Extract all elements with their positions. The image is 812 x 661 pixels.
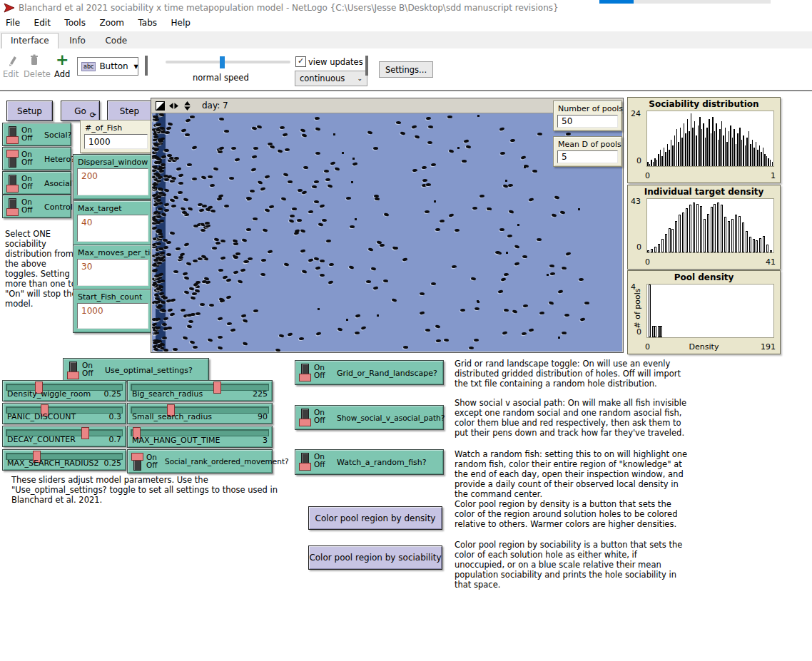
slider-max-search-radius2[interactable]: MAX_SEARCH_RADIUS2 0.25 [2,449,126,471]
add-plus-icon[interactable]: + [56,51,68,68]
toolbar-separator [145,56,148,76]
input-max-target[interactable]: Max_target 40 [73,200,153,246]
switch-social[interactable]: OnOff Social? [2,123,71,146]
view-updates-checkbox[interactable]: ✓ [295,56,306,67]
switch-label: Grid_or_Rand_landscape? [337,368,437,377]
y-axis-min-tick: 0 [636,242,641,252]
input-value: 40 [81,217,92,227]
delete-trash-icon[interactable] [29,54,39,66]
input-start-fish[interactable]: Start_Fish_count 1000 [73,289,153,333]
switch-knob[interactable] [299,463,311,471]
input-field[interactable]: 1000 [77,303,148,329]
input-dispersal-window[interactable]: Dispersal_window 200 [73,154,153,200]
setup-button[interactable]: Setup [6,101,53,121]
edit-tool-label[interactable]: Edit [3,69,19,79]
abc-icon: abc [81,62,96,71]
plot-canvas [646,284,774,338]
world-height-icon[interactable] [183,101,192,111]
switch-track [301,453,309,470]
switch-track [133,454,141,471]
slider-density-wiggle-room[interactable]: Density_wiggle_room 0.25 [2,380,126,401]
slider-knob[interactable] [213,381,221,394]
plot-title: Sociability distribution [628,99,780,109]
menu-tools[interactable]: Tools [59,16,91,30]
world-width-icon[interactable] [169,101,178,111]
input-field[interactable]: 40 [77,215,148,242]
switch-track [9,150,16,168]
progress-bar-fill [599,0,634,4]
menu-file[interactable]: File [0,16,26,30]
switch-asocial[interactable]: OnOff Asocial? [2,171,71,195]
slider-knob[interactable] [81,427,89,439]
speed-slider-knob[interactable] [220,56,225,68]
delete-tool-label[interactable]: Delete [24,69,51,79]
input-field[interactable]: 30 [77,259,148,286]
switch-track [301,409,309,426]
slider-max-hang-out-time[interactable]: MAX_HANG_OUT_TIME 3 [127,426,273,448]
slider-big-search-radius[interactable]: Big_search_radius 225 [127,380,273,401]
switch-onoff-labels: OnOff [314,409,325,424]
menu-zoom[interactable]: Zoom [93,16,130,30]
switch-knob[interactable] [299,374,311,381]
switch-knob[interactable] [6,150,19,158]
step-button[interactable]: Step [107,101,152,121]
switch-knob[interactable] [6,208,19,216]
menu-help[interactable]: Help [166,16,196,30]
slider-label: Density_wiggle_room [7,389,91,399]
switch-knob[interactable] [6,136,19,144]
window-title: Blanchard et al 2021 sociability x time … [19,3,559,13]
switch-knob[interactable] [131,453,143,461]
input-label: Max_target [78,204,122,213]
switch-hetero[interactable]: OnOff Hetero? [2,147,71,170]
slider-value: 0.3 [109,412,122,421]
color-pool-region-by-density-button[interactable]: Color pool region by density [308,506,442,530]
x-axis-label: Density [628,342,780,352]
edit-pencil-icon[interactable] [7,55,17,66]
input-field[interactable]: 1000 [84,134,148,149]
y-axis-min-tick: 0 [636,327,641,337]
input-value: 30 [81,262,92,272]
switch-show-social-v-asocial-path[interactable]: OnOff Show_social_v_asocial_path? [295,405,444,430]
world-canvas[interactable] [152,113,622,352]
switch-watch-a-random-fish[interactable]: OnOff Watch_a_random_fish? [295,449,444,475]
switch-use-optimal-settings[interactable]: OnOff Use_optimal_settings? [63,358,209,381]
switch-grid-or-rand-landscape[interactable]: OnOff Grid_or_Rand_landscape? [295,360,444,385]
widget-type-dropdown[interactable]: abc Button ▼ [77,57,138,76]
plot-title: Pool density [628,272,780,282]
color-density-description: Color pool region by density is a button… [455,499,689,529]
switch-track [9,126,16,143]
input-num-fish[interactable]: #_of_Fish 1000 [80,120,152,153]
menu-edit[interactable]: Edit [29,16,56,30]
settings-button[interactable]: Settings... [379,61,433,78]
add-tool-label[interactable]: Add [54,69,70,79]
color-pool-region-by-sociability-button[interactable]: Color pool region by sociability [308,545,442,570]
switch-onoff-labels: OnOff [21,150,33,166]
input-max-moves[interactable]: Max_moves_per_tick 30 [73,245,153,290]
slider-panic-discount[interactable]: PANIC_DISCOUNT 0.3 [2,403,126,424]
go-button-label: Go [74,106,86,116]
switch-onoff-labels: OnOff [82,362,93,377]
switch-onoff-labels: OnOff [21,198,33,214]
slider-value: 225 [253,389,268,399]
watch-fish-description: Watch a random fish: setting this to on … [455,449,689,499]
slider-decay-counter[interactable]: DECAY_COUNTER 0.7 [2,426,126,447]
switch-knob[interactable] [299,419,311,426]
input-field[interactable]: 200 [77,168,148,195]
switch-onoff-labels: OnOff [314,364,325,379]
slider-small-search-radius[interactable]: Small_search_radius 90 [127,403,273,424]
update-mode-dropdown[interactable]: continuous ⌄ [295,71,367,86]
speed-slider-label: normal speed [193,73,249,83]
switch-knob[interactable] [67,372,79,379]
go-button[interactable]: Go ⟳ [61,101,100,121]
view-updates-label: view updates [308,57,363,67]
switch-social-rank-ordered-movement[interactable]: OnOff Social_rank_ordered_movement? [127,449,273,473]
tab-code[interactable]: Code [96,34,136,50]
tab-info[interactable]: Info [61,34,94,50]
speed-slider-track[interactable] [166,61,290,63]
interface-toolbar: Edit Delete + Add abc Button ▼ normal sp… [0,48,812,91]
resize-view-icon[interactable] [156,101,165,111]
menu-tabs[interactable]: Tabs [133,16,163,30]
switch-knob[interactable] [6,185,19,193]
y-axis-max-tick: 24 [631,109,641,118]
switch-control[interactable]: OnOff Control? [2,195,71,218]
